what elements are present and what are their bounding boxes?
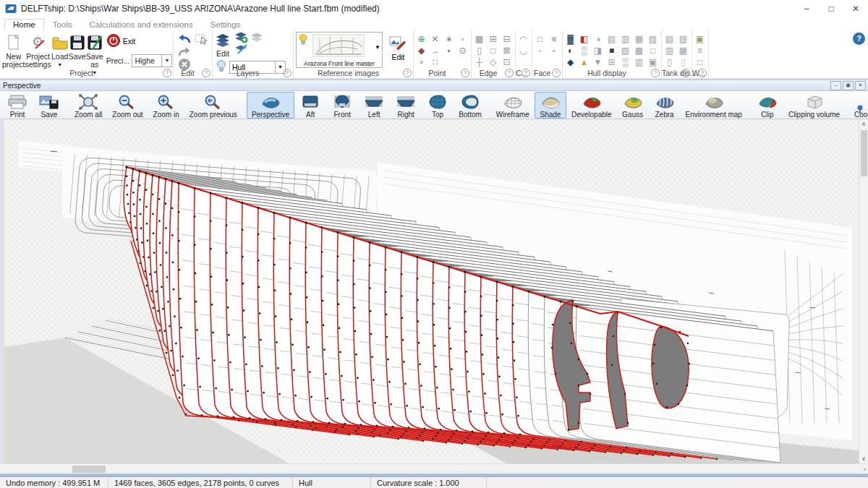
- point-tool-icon-4[interactable]: ◆: [416, 46, 427, 56]
- zebra-button[interactable]: Zebra: [649, 92, 681, 119]
- c-tool-icon-0[interactable]: ◠: [518, 34, 529, 45]
- exit-button[interactable]: Exit: [106, 32, 173, 49]
- aft-button[interactable]: Aft: [294, 92, 326, 119]
- hull-display-tool-icon-11[interactable]: ▨: [620, 46, 631, 56]
- tank-dis-tool-icon-5[interactable]: ▯: [678, 57, 689, 68]
- save-button[interactable]: Save: [33, 92, 65, 119]
- group-help-icon[interactable]: ?: [283, 69, 292, 77]
- toolbar-pin-icon[interactable]: [855, 104, 865, 117]
- group-help-icon[interactable]: ?: [461, 69, 469, 77]
- top-button[interactable]: Top: [422, 92, 454, 119]
- point-tool-icon-8[interactable]: ∘: [416, 57, 427, 68]
- zoom-out-button[interactable]: Zoom out: [107, 92, 148, 119]
- group-help-icon[interactable]: ?: [403, 69, 412, 77]
- point-tool-icon-0[interactable]: ⊕: [416, 34, 427, 45]
- hull-display-tool-icon-8[interactable]: ▒: [579, 46, 590, 56]
- scroll-up-icon[interactable]: ∧: [861, 119, 866, 129]
- hull-display-tool-icon-14[interactable]: ◆: [565, 57, 576, 68]
- hull-display-tool-icon-7[interactable]: ◐: [565, 46, 576, 56]
- save-button[interactable]: Save: [69, 32, 86, 61]
- clip-button[interactable]: Clip: [752, 92, 783, 119]
- new-project-button[interactable]: New project: [2, 32, 25, 69]
- point-tool-icon-6[interactable]: ▪: [443, 46, 454, 56]
- viewport-close-button[interactable]: ✕: [855, 81, 866, 90]
- group-help-icon[interactable]: ?: [163, 69, 171, 77]
- w-tool-icon-1[interactable]: ≡: [694, 46, 705, 56]
- edge-tool-icon-5[interactable]: ⊠: [501, 46, 512, 56]
- clipping-volume-button[interactable]: Clipping volume: [783, 92, 845, 119]
- vertical-scroll-thumb[interactable]: [861, 130, 867, 176]
- edge-tool-icon-6[interactable]: ┼: [474, 57, 485, 68]
- project-settings-button[interactable]: ⚙ Project settings: [25, 32, 51, 69]
- precision-dropdown-arrow[interactable]: ▼: [161, 55, 171, 67]
- reference-image-selector[interactable]: ▼ Arazona Front line master: [296, 32, 383, 68]
- load-dropdown-arrow[interactable]: ▼: [57, 61, 62, 69]
- help-button[interactable]: ?: [853, 33, 865, 45]
- tank-dis-tool-icon-4[interactable]: ▯: [664, 57, 675, 68]
- edge-tool-icon-7[interactable]: ◇: [488, 57, 498, 68]
- hull-display-tool-icon-10[interactable]: ■: [606, 46, 617, 56]
- vertical-scrollbar[interactable]: ∧ ∨: [859, 119, 868, 463]
- point-tool-icon-1[interactable]: ✕: [430, 34, 441, 45]
- gauss-button[interactable]: Gauss: [617, 92, 649, 119]
- select-pointer-icon[interactable]: [194, 31, 210, 48]
- hull-display-tool-icon-5[interactable]: ▦: [634, 34, 644, 45]
- tank-dis-tool-icon-3[interactable]: ▦: [678, 46, 689, 56]
- c-tool-icon-1[interactable]: ◡: [518, 46, 529, 56]
- hull-3d-view[interactable]: [0, 119, 859, 463]
- perspective-button[interactable]: Perspective: [247, 92, 294, 119]
- bottom-button[interactable]: Bottom: [454, 92, 487, 119]
- edge-tool-icon-4[interactable]: □: [488, 46, 498, 56]
- wireframe-button[interactable]: Wireframe: [491, 92, 535, 119]
- hull-display-tool-icon-0[interactable]: ▓: [565, 34, 576, 45]
- group-help-icon[interactable]: ?: [505, 69, 514, 77]
- hull-display-tool-icon-6[interactable]: ▧: [647, 34, 658, 45]
- viewport-minimize-button[interactable]: –: [830, 81, 841, 90]
- group-help-icon[interactable]: ?: [681, 69, 690, 77]
- point-tool-icon-9[interactable]: ∷: [430, 57, 441, 68]
- hull-display-tool-icon-3[interactable]: ▤: [606, 34, 617, 45]
- horizontal-scroll-thumb[interactable]: [72, 466, 106, 473]
- group-help-icon[interactable]: ?: [552, 69, 561, 77]
- scroll-right-icon[interactable]: ›: [864, 466, 868, 473]
- reference-visibility-bulb-icon[interactable]: [297, 33, 309, 48]
- hull-display-tool-icon-18[interactable]: ▒: [620, 57, 631, 68]
- hull-display-tool-icon-2[interactable]: ◑: [592, 34, 603, 45]
- group-help-icon[interactable]: ?: [202, 69, 210, 77]
- hull-display-tool-icon-12[interactable]: ▩: [634, 46, 644, 56]
- hull-display-tool-icon-19[interactable]: ▥: [634, 57, 644, 68]
- zoom-previous-button[interactable]: Zoom previous: [184, 92, 242, 119]
- tank-dis-tool-icon-2[interactable]: ▥: [664, 46, 675, 56]
- zoom-all-button[interactable]: Zoom all: [69, 92, 107, 119]
- tab-tools[interactable]: Tools: [44, 19, 81, 30]
- group-help-icon[interactable]: ?: [522, 69, 530, 77]
- tank-dis-tool-icon-0[interactable]: ▤: [664, 34, 675, 45]
- front-button[interactable]: Front: [326, 92, 358, 119]
- point-tool-icon-2[interactable]: ∗: [443, 34, 454, 45]
- hull-display-tool-icon-16[interactable]: ▼: [592, 57, 603, 68]
- w-tool-icon-2[interactable]: □: [694, 57, 705, 68]
- scroll-down-icon[interactable]: ∨: [861, 454, 866, 463]
- hull-display-tool-icon-9[interactable]: ◨: [592, 46, 603, 56]
- edge-tool-icon-3[interactable]: ▯: [474, 46, 485, 56]
- viewport-maximize-button[interactable]: ▣: [843, 81, 854, 90]
- environment-map-button[interactable]: Environment map: [681, 92, 747, 119]
- w-tool-icon-0[interactable]: ▣: [694, 34, 705, 45]
- edge-tool-icon-2[interactable]: ⊟: [501, 34, 512, 45]
- minimize-button[interactable]: –: [794, 0, 819, 17]
- face-tool-icon-3[interactable]: ▪: [548, 46, 559, 56]
- tank-dis-tool-icon-1[interactable]: ▧: [678, 34, 689, 45]
- right-button[interactable]: Right: [390, 92, 422, 119]
- group-help-icon[interactable]: ?: [651, 69, 660, 77]
- viewport-header[interactable]: Perspective – ▣ ✕: [0, 80, 868, 91]
- point-tool-icon-3[interactable]: ▫: [457, 34, 468, 45]
- precision-combobox[interactable]: Highe ▼: [132, 54, 172, 67]
- print-button[interactable]: Print: [1, 92, 33, 119]
- hull-display-tool-icon-4[interactable]: ▥: [620, 34, 631, 45]
- group-help-icon[interactable]: ?: [698, 69, 707, 77]
- edit-layer-icon[interactable]: [234, 41, 248, 58]
- hull-display-tool-icon-1[interactable]: ◧: [579, 34, 590, 45]
- point-tool-icon-5[interactable]: →: [430, 46, 441, 56]
- viewport-canvas[interactable]: ∧ ∨ ›: [0, 119, 868, 474]
- tab-home[interactable]: Home: [4, 19, 44, 30]
